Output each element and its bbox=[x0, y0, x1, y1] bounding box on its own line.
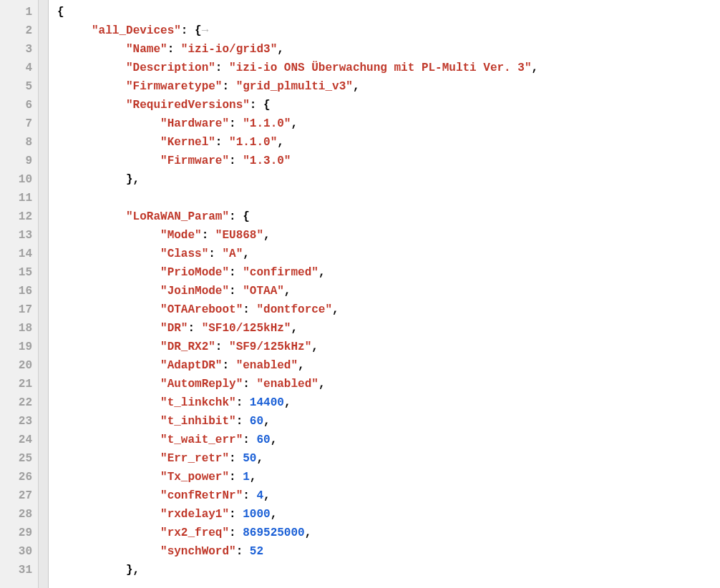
code-line[interactable]: "OTAAreboot": "dontforce", bbox=[57, 300, 720, 319]
fold-cell[interactable] bbox=[39, 3, 48, 21]
fold-cell[interactable] bbox=[39, 356, 48, 375]
fold-cell[interactable] bbox=[39, 486, 48, 505]
json-punct: , bbox=[277, 136, 284, 149]
fold-cell[interactable] bbox=[39, 449, 48, 468]
fold-cell[interactable] bbox=[39, 505, 48, 524]
code-line[interactable]: "JoinMode": "OTAA", bbox=[57, 282, 720, 300]
code-line[interactable]: "Firmwaretype": "grid_plmulti_v3", bbox=[57, 77, 720, 96]
fold-cell[interactable] bbox=[39, 226, 48, 245]
line-number: 16 bbox=[4, 282, 32, 300]
fold-cell[interactable] bbox=[39, 338, 48, 356]
json-punct: : { bbox=[229, 210, 250, 223]
code-line[interactable] bbox=[57, 189, 720, 207]
json-punct: , bbox=[277, 43, 284, 56]
json-punct: , bbox=[250, 471, 257, 484]
fold-cell[interactable] bbox=[39, 207, 48, 226]
code-line[interactable]: "AdaptDR": "enabled", bbox=[57, 356, 720, 375]
json-key: "DR" bbox=[160, 322, 188, 335]
code-line[interactable]: "t_inhibit": 60, bbox=[57, 412, 720, 431]
code-line[interactable]: "Kernel": "1.1.0", bbox=[57, 133, 720, 152]
code-line[interactable]: "t_linkchk": 14400, bbox=[57, 393, 720, 412]
json-punct: , bbox=[291, 117, 298, 130]
code-line[interactable]: "Tx_power": 1, bbox=[57, 468, 720, 486]
code-line[interactable]: "rxdelay1": 1000, bbox=[57, 505, 720, 524]
json-punct: : bbox=[243, 489, 256, 502]
code-line[interactable]: "Description": "izi-io ONS Überwachung m… bbox=[57, 59, 720, 77]
fold-cell[interactable] bbox=[39, 393, 48, 412]
code-line[interactable]: "RequiredVersions": { bbox=[57, 96, 720, 114]
fold-cell[interactable] bbox=[39, 40, 48, 59]
code-line[interactable]: "synchWord": 52 bbox=[57, 542, 720, 561]
json-key: "t_inhibit" bbox=[160, 415, 236, 428]
code-line[interactable]: "DR_RX2": "SF9/125kHz", bbox=[57, 338, 720, 356]
fold-cell[interactable] bbox=[39, 114, 48, 133]
code-line[interactable]: "confRetrNr": 4, bbox=[57, 486, 720, 505]
json-number: 60 bbox=[256, 433, 270, 446]
json-string: "SF10/125kHz" bbox=[202, 322, 291, 335]
code-line[interactable]: "Err_retr": 50, bbox=[57, 449, 720, 468]
fold-cell[interactable] bbox=[39, 542, 48, 561]
json-key: "confRetrNr" bbox=[160, 489, 243, 502]
code-line[interactable]: "AutomReply": "enabled", bbox=[57, 375, 720, 393]
fold-cell[interactable] bbox=[39, 152, 48, 170]
json-punct: : bbox=[229, 285, 243, 298]
fold-cell[interactable] bbox=[39, 300, 48, 319]
fold-cell[interactable] bbox=[39, 431, 48, 449]
line-number: 5 bbox=[4, 77, 32, 96]
json-key: "LoRaWAN_Param" bbox=[126, 210, 229, 223]
code-line[interactable]: }, bbox=[57, 170, 720, 189]
line-number: 27 bbox=[4, 486, 32, 505]
json-punct: , bbox=[271, 508, 278, 521]
code-editor[interactable]: 1234567891011121314151617181920212223242… bbox=[0, 0, 720, 588]
code-line[interactable]: "PrioMode": "confirmed", bbox=[57, 263, 720, 282]
json-string: "grid_plmulti_v3" bbox=[236, 80, 353, 93]
fold-cell[interactable] bbox=[39, 189, 48, 207]
fold-cell[interactable] bbox=[39, 59, 48, 77]
code-line[interactable]: "all_Devices": {→ bbox=[57, 21, 720, 40]
fold-cell[interactable] bbox=[39, 21, 48, 40]
code-area[interactable]: { "all_Devices": {→ "Name": "izi-io/grid… bbox=[49, 0, 720, 588]
json-string: "OTAA" bbox=[243, 285, 284, 298]
json-punct: : bbox=[215, 340, 229, 353]
json-key: "t_wait_err" bbox=[160, 433, 243, 446]
code-line[interactable]: "LoRaWAN_Param": { bbox=[57, 207, 720, 226]
json-punct: : bbox=[243, 433, 256, 446]
fold-cell[interactable] bbox=[39, 282, 48, 300]
fold-cell[interactable] bbox=[39, 468, 48, 486]
code-line[interactable]: "rx2_freq": 869525000, bbox=[57, 524, 720, 542]
code-line[interactable]: { bbox=[57, 3, 720, 21]
fold-cell[interactable] bbox=[39, 77, 48, 96]
line-number: 29 bbox=[4, 524, 32, 542]
json-key: "RequiredVersions" bbox=[126, 99, 250, 112]
code-line[interactable]: "Name": "izi-io/grid3", bbox=[57, 40, 720, 59]
fold-cell[interactable] bbox=[39, 319, 48, 338]
fold-cell[interactable] bbox=[39, 263, 48, 282]
json-key: "JoinMode" bbox=[160, 285, 229, 298]
code-line[interactable]: "DR": "SF10/125kHz", bbox=[57, 319, 720, 338]
json-number: 4 bbox=[256, 489, 263, 502]
code-line[interactable]: }, bbox=[57, 561, 720, 579]
fold-cell[interactable] bbox=[39, 561, 48, 579]
json-string: "enabled" bbox=[236, 359, 298, 372]
line-number: 21 bbox=[4, 375, 32, 393]
line-number: 31 bbox=[4, 561, 32, 579]
fold-cell[interactable] bbox=[39, 375, 48, 393]
json-punct: }, bbox=[126, 173, 140, 186]
code-line[interactable]: "Firmware": "1.3.0" bbox=[57, 152, 720, 170]
json-punct: : bbox=[236, 415, 250, 428]
json-key: "Hardware" bbox=[160, 117, 229, 130]
code-line[interactable]: "t_wait_err": 60, bbox=[57, 431, 720, 449]
fold-cell[interactable] bbox=[39, 245, 48, 263]
fold-cell[interactable] bbox=[39, 412, 48, 431]
json-punct: , bbox=[284, 396, 291, 409]
json-key: "Mode" bbox=[160, 229, 202, 242]
fold-column[interactable] bbox=[39, 0, 49, 588]
fold-cell[interactable] bbox=[39, 170, 48, 189]
fold-cell[interactable] bbox=[39, 133, 48, 152]
fold-cell[interactable] bbox=[39, 96, 48, 114]
code-line[interactable]: "Mode": "EU868", bbox=[57, 226, 720, 245]
code-line[interactable]: "Class": "A", bbox=[57, 245, 720, 263]
code-line[interactable]: "Hardware": "1.1.0", bbox=[57, 114, 720, 133]
line-number: 4 bbox=[4, 59, 32, 77]
fold-cell[interactable] bbox=[39, 524, 48, 542]
